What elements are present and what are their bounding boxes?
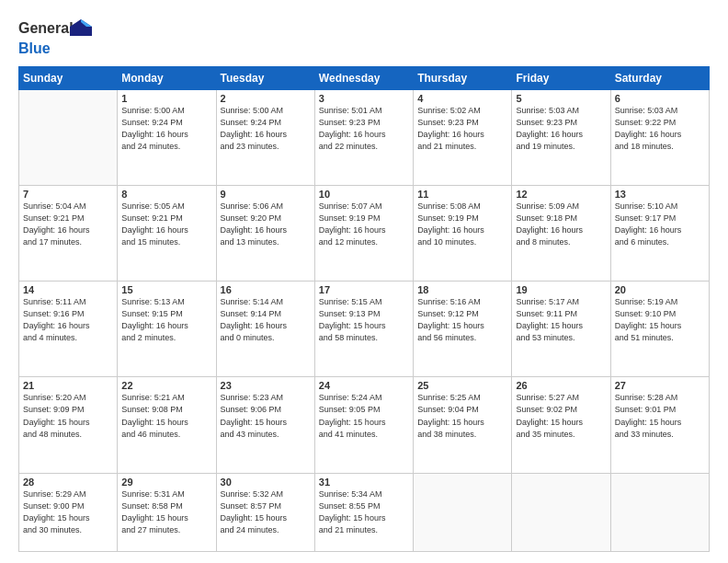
day-number: 20 [615, 284, 705, 295]
day-info: Sunrise: 5:31 AM Sunset: 8:58 PM Dayligh… [121, 488, 211, 536]
header: General Blue [18, 17, 710, 59]
calendar-day-header: Friday [512, 67, 610, 90]
calendar-cell: 10Sunrise: 5:07 AM Sunset: 9:19 PM Dayli… [314, 186, 413, 282]
calendar-cell: 25Sunrise: 5:25 AM Sunset: 9:04 PM Dayli… [414, 377, 512, 473]
day-info: Sunrise: 5:03 AM Sunset: 9:22 PM Dayligh… [615, 105, 705, 153]
day-info: Sunrise: 5:25 AM Sunset: 9:04 PM Dayligh… [417, 392, 507, 440]
day-number: 15 [121, 284, 211, 295]
day-number: 14 [23, 284, 113, 295]
day-info: Sunrise: 5:16 AM Sunset: 9:12 PM Dayligh… [417, 296, 507, 344]
day-number: 1 [121, 93, 211, 104]
day-number: 16 [221, 284, 311, 295]
day-info: Sunrise: 5:29 AM Sunset: 9:00 PM Dayligh… [23, 488, 113, 536]
svg-text:Blue: Blue [18, 40, 51, 56]
day-number: 4 [417, 93, 507, 104]
calendar-cell: 21Sunrise: 5:20 AM Sunset: 9:09 PM Dayli… [19, 377, 118, 473]
day-info: Sunrise: 5:28 AM Sunset: 9:01 PM Dayligh… [615, 392, 705, 440]
calendar-cell: 13Sunrise: 5:10 AM Sunset: 9:17 PM Dayli… [610, 186, 709, 282]
svg-text:General: General [18, 20, 74, 36]
calendar-cell: 20Sunrise: 5:19 AM Sunset: 9:10 PM Dayli… [610, 282, 709, 377]
calendar-cell: 4Sunrise: 5:02 AM Sunset: 9:23 PM Daylig… [414, 90, 512, 186]
day-number: 9 [221, 189, 311, 200]
calendar-cell: 1Sunrise: 5:00 AM Sunset: 9:24 PM Daylig… [118, 90, 216, 186]
calendar-cell: 26Sunrise: 5:27 AM Sunset: 9:02 PM Dayli… [512, 377, 610, 473]
day-info: Sunrise: 5:24 AM Sunset: 9:05 PM Dayligh… [319, 392, 409, 440]
day-info: Sunrise: 5:13 AM Sunset: 9:15 PM Dayligh… [121, 296, 211, 344]
calendar-cell: 9Sunrise: 5:06 AM Sunset: 9:20 PM Daylig… [216, 186, 314, 282]
calendar-header-row: SundayMondayTuesdayWednesdayThursdayFrid… [19, 67, 710, 90]
day-number: 11 [417, 189, 507, 200]
day-info: Sunrise: 5:08 AM Sunset: 9:19 PM Dayligh… [417, 201, 507, 248]
calendar-cell: 18Sunrise: 5:16 AM Sunset: 9:12 PM Dayli… [414, 282, 512, 377]
calendar-cell [19, 90, 118, 186]
page: General Blue SundayMondayTuesdayWednesda… [0, 0, 728, 563]
day-info: Sunrise: 5:04 AM Sunset: 9:21 PM Dayligh… [23, 201, 113, 248]
day-number: 29 [121, 477, 211, 488]
day-info: Sunrise: 5:05 AM Sunset: 9:21 PM Dayligh… [121, 201, 211, 248]
calendar-cell: 14Sunrise: 5:11 AM Sunset: 9:16 PM Dayli… [19, 282, 118, 377]
calendar-day-header: Thursday [414, 67, 512, 90]
calendar-week-row: 1Sunrise: 5:00 AM Sunset: 9:24 PM Daylig… [19, 90, 710, 186]
calendar-cell: 3Sunrise: 5:01 AM Sunset: 9:23 PM Daylig… [314, 90, 413, 186]
calendar-cell: 22Sunrise: 5:21 AM Sunset: 9:08 PM Dayli… [118, 377, 216, 473]
day-number: 25 [417, 380, 507, 391]
day-info: Sunrise: 5:09 AM Sunset: 9:18 PM Dayligh… [516, 201, 606, 248]
day-number: 23 [221, 380, 311, 391]
calendar-cell: 28Sunrise: 5:29 AM Sunset: 9:00 PM Dayli… [19, 473, 118, 551]
calendar-day-header: Wednesday [314, 67, 413, 90]
day-number: 8 [121, 189, 211, 200]
day-number: 26 [516, 380, 606, 391]
day-info: Sunrise: 5:14 AM Sunset: 9:14 PM Dayligh… [221, 296, 311, 344]
day-info: Sunrise: 5:20 AM Sunset: 9:09 PM Dayligh… [23, 392, 113, 440]
calendar-day-header: Saturday [610, 67, 709, 90]
day-number: 28 [23, 477, 113, 488]
calendar-cell: 5Sunrise: 5:03 AM Sunset: 9:23 PM Daylig… [512, 90, 610, 186]
calendar-cell: 27Sunrise: 5:28 AM Sunset: 9:01 PM Dayli… [610, 377, 709, 473]
calendar-cell: 31Sunrise: 5:34 AM Sunset: 8:55 PM Dayli… [314, 473, 413, 551]
day-info: Sunrise: 5:23 AM Sunset: 9:06 PM Dayligh… [221, 392, 311, 440]
day-number: 10 [319, 189, 409, 200]
day-info: Sunrise: 5:17 AM Sunset: 9:11 PM Dayligh… [516, 296, 606, 344]
day-info: Sunrise: 5:15 AM Sunset: 9:13 PM Dayligh… [319, 296, 409, 344]
calendar-cell [512, 473, 610, 551]
day-number: 17 [319, 284, 409, 295]
calendar-cell: 15Sunrise: 5:13 AM Sunset: 9:15 PM Dayli… [118, 282, 216, 377]
calendar-week-row: 14Sunrise: 5:11 AM Sunset: 9:16 PM Dayli… [19, 282, 710, 377]
day-info: Sunrise: 5:11 AM Sunset: 9:16 PM Dayligh… [23, 296, 113, 344]
day-number: 2 [221, 93, 311, 104]
calendar-cell: 8Sunrise: 5:05 AM Sunset: 9:21 PM Daylig… [118, 186, 216, 282]
calendar-cell: 6Sunrise: 5:03 AM Sunset: 9:22 PM Daylig… [610, 90, 709, 186]
day-info: Sunrise: 5:03 AM Sunset: 9:23 PM Dayligh… [516, 105, 606, 153]
day-number: 5 [516, 93, 606, 104]
calendar-week-row: 7Sunrise: 5:04 AM Sunset: 9:21 PM Daylig… [19, 186, 710, 282]
calendar-cell: 11Sunrise: 5:08 AM Sunset: 9:19 PM Dayli… [414, 186, 512, 282]
generalblue-logo: General Blue [18, 17, 97, 59]
day-number: 7 [23, 189, 113, 200]
calendar-cell: 19Sunrise: 5:17 AM Sunset: 9:11 PM Dayli… [512, 282, 610, 377]
day-number: 21 [23, 380, 113, 391]
day-number: 31 [319, 477, 409, 488]
day-info: Sunrise: 5:32 AM Sunset: 8:57 PM Dayligh… [221, 488, 311, 536]
day-info: Sunrise: 5:10 AM Sunset: 9:17 PM Dayligh… [615, 201, 705, 248]
day-info: Sunrise: 5:01 AM Sunset: 9:23 PM Dayligh… [319, 105, 409, 153]
calendar-week-row: 21Sunrise: 5:20 AM Sunset: 9:09 PM Dayli… [19, 377, 710, 473]
calendar-cell: 29Sunrise: 5:31 AM Sunset: 8:58 PM Dayli… [118, 473, 216, 551]
day-info: Sunrise: 5:34 AM Sunset: 8:55 PM Dayligh… [319, 488, 409, 536]
day-number: 3 [319, 93, 409, 104]
calendar-cell: 16Sunrise: 5:14 AM Sunset: 9:14 PM Dayli… [216, 282, 314, 377]
day-number: 24 [319, 380, 409, 391]
logo: General Blue [18, 17, 97, 59]
calendar-cell: 24Sunrise: 5:24 AM Sunset: 9:05 PM Dayli… [314, 377, 413, 473]
calendar-cell [610, 473, 709, 551]
day-info: Sunrise: 5:21 AM Sunset: 9:08 PM Dayligh… [121, 392, 211, 440]
day-info: Sunrise: 5:00 AM Sunset: 9:24 PM Dayligh… [221, 105, 311, 153]
day-info: Sunrise: 5:02 AM Sunset: 9:23 PM Dayligh… [417, 105, 507, 153]
calendar-day-header: Monday [118, 67, 216, 90]
day-number: 27 [615, 380, 705, 391]
calendar-cell: 17Sunrise: 5:15 AM Sunset: 9:13 PM Dayli… [314, 282, 413, 377]
day-info: Sunrise: 5:27 AM Sunset: 9:02 PM Dayligh… [516, 392, 606, 440]
day-info: Sunrise: 5:06 AM Sunset: 9:20 PM Dayligh… [221, 201, 311, 248]
calendar-cell: 2Sunrise: 5:00 AM Sunset: 9:24 PM Daylig… [216, 90, 314, 186]
calendar-day-header: Sunday [19, 67, 118, 90]
day-number: 19 [516, 284, 606, 295]
